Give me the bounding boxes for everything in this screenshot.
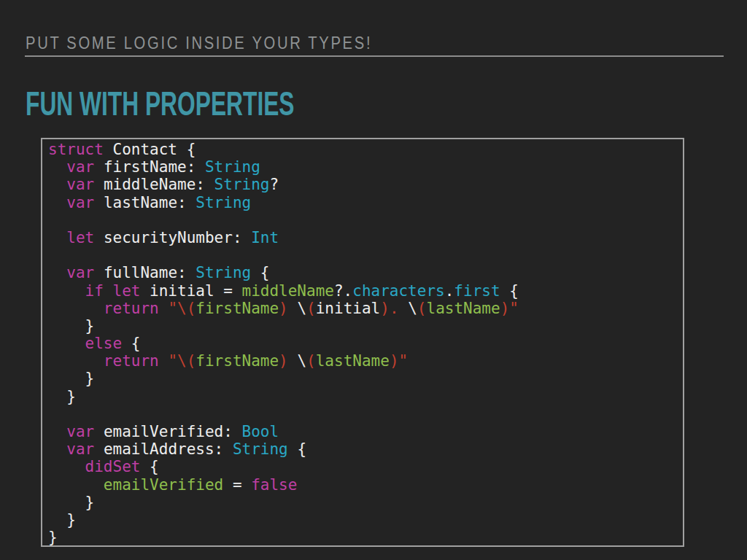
code-line: } xyxy=(48,494,677,511)
code-line: var middleName: String? xyxy=(48,176,677,193)
code-line: var emailVerified: Bool xyxy=(48,423,677,440)
code-line: didSet { xyxy=(48,458,677,475)
code-block: struct Contact { var firstName: String v… xyxy=(41,138,684,547)
header-divider xyxy=(25,55,724,57)
code-line: else { xyxy=(48,335,677,352)
code-line: var lastName: String xyxy=(48,194,677,211)
code-line: return "\(firstName) \(initial). \(lastN… xyxy=(48,300,677,317)
code-line: } xyxy=(48,529,677,546)
slide: PUT SOME LOGIC INSIDE YOUR TYPES! FUN WI… xyxy=(0,0,747,560)
code-line xyxy=(48,405,677,423)
code-line: } xyxy=(48,511,677,529)
code-line: var emailAddress: String { xyxy=(48,440,677,458)
code-line: } xyxy=(48,388,677,405)
code-line: emailVerified = false xyxy=(48,476,677,494)
code-line: struct Contact { xyxy=(48,141,677,158)
slide-kicker: PUT SOME LOGIC INSIDE YOUR TYPES! xyxy=(26,34,372,53)
code-line: var fullName: String { xyxy=(48,264,677,281)
code-line: var firstName: String xyxy=(48,158,677,176)
code-line: let securityNumber: Int xyxy=(48,229,677,246)
slide-title: FUN WITH PROPERTIES xyxy=(26,87,295,120)
code-line xyxy=(48,211,677,229)
code-line xyxy=(48,246,677,264)
code-line: } xyxy=(48,317,677,335)
code-line: } xyxy=(48,370,677,387)
code-line: return "\(firstName) \(lastName)" xyxy=(48,352,677,370)
code-line: if let initial = middleName?.characters.… xyxy=(48,282,677,300)
